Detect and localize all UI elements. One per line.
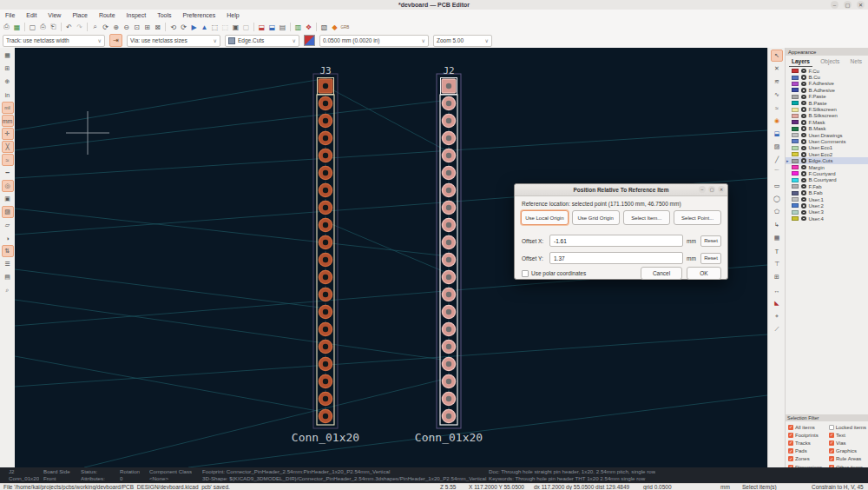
layer-visibility-icon[interactable] (801, 82, 806, 87)
mirror-icon[interactable]: ▲ (200, 22, 209, 32)
lock-icon[interactable]: ▣ (231, 22, 240, 32)
filter-vias[interactable]: ✓Vias (829, 439, 866, 447)
layer-visibility-icon[interactable] (801, 178, 806, 183)
dialog-maximize-icon[interactable]: ▢ (708, 186, 715, 193)
menu-tools[interactable]: Tools (157, 12, 171, 18)
checkbox-icon[interactable] (829, 425, 834, 430)
checkbox-icon[interactable]: ✓ (829, 440, 834, 446)
checkbox-icon[interactable]: ✓ (788, 433, 793, 438)
find-icon[interactable]: ⌕ (90, 22, 100, 32)
tune-length-icon[interactable]: ◉ (771, 115, 783, 127)
filter-locked-items[interactable]: Locked items (829, 423, 866, 431)
layer-visibility-icon[interactable] (801, 101, 806, 106)
layer-color-swatch[interactable] (792, 191, 799, 195)
layer-row-b-adhesive[interactable]: B.Adhesive (786, 87, 868, 93)
offset-y-input[interactable]: 1.37 (549, 252, 683, 264)
menu-place[interactable]: Place (72, 12, 88, 18)
layer-row-user-drawings[interactable]: User.Drawings (786, 132, 868, 138)
menu-route[interactable]: Route (99, 12, 115, 18)
layer-color-swatch[interactable] (792, 114, 799, 118)
layer-visibility-icon[interactable] (801, 210, 806, 215)
gerber-icon[interactable]: GRB (340, 22, 350, 32)
layer-visibility-icon[interactable] (801, 133, 806, 138)
layer-manager-icon[interactable]: ☰ (2, 258, 14, 270)
layer-row-b-paste[interactable]: B.Paste (786, 100, 868, 106)
layer-row-user-1[interactable]: User.1 (786, 196, 868, 202)
units-mils-icon[interactable]: mil (2, 102, 14, 114)
drc-icon[interactable]: ❖ (304, 22, 313, 32)
layer-visibility-icon[interactable] (801, 120, 806, 125)
layer-color-swatch[interactable] (792, 152, 799, 156)
track-width-select[interactable]: Track: use netclass width ∨ (3, 35, 105, 47)
offset-x-input[interactable]: -1.61 (549, 235, 683, 247)
use-local-origin-button[interactable]: Use Local Origin (521, 210, 569, 225)
high-contrast-icon[interactable]: ◑ (2, 232, 14, 244)
ok-button[interactable]: OK (687, 267, 721, 280)
layer-color-swatch[interactable] (792, 178, 799, 182)
menu-preferences[interactable]: Preferences (183, 12, 216, 18)
layer-row-user-3[interactable]: User.3 (786, 209, 868, 215)
checkbox-icon[interactable]: ✓ (788, 448, 793, 454)
zoom-select[interactable]: Zoom 5.00 ∨ (433, 35, 492, 47)
cancel-button[interactable]: Cancel (641, 267, 682, 280)
select-item-button[interactable]: Select Item... (623, 210, 671, 225)
checkbox-icon[interactable]: ✓ (788, 440, 793, 446)
plot-icon[interactable]: ⎗ (49, 22, 58, 32)
flip-icon[interactable]: ▶ (189, 22, 199, 32)
layer-visibility-icon[interactable] (801, 88, 806, 93)
tab-objects[interactable]: Objects (818, 56, 842, 66)
footprint-editor-icon[interactable]: ⬓ (257, 22, 266, 32)
board-setup-icon[interactable]: ▦ (12, 22, 22, 32)
close-icon[interactable]: ✕ (857, 1, 865, 9)
layer-row-f-paste[interactable]: F.Paste (786, 94, 868, 100)
draw-arc-icon[interactable]: ⌒ (771, 167, 783, 179)
layer-color-swatch[interactable] (792, 203, 799, 208)
save-icon[interactable]: ⎙ (2, 22, 11, 32)
draw-circle-icon[interactable]: ◯ (771, 193, 783, 205)
menu-help[interactable]: Help (227, 12, 239, 18)
polar-coordinates-checkbox[interactable] (522, 270, 529, 277)
menu-edit[interactable]: Edit (26, 12, 36, 18)
zoom-objects-icon[interactable]: ⊞ (142, 22, 152, 32)
filter-all-items[interactable]: ✓All items (788, 423, 829, 431)
layer-color-swatch[interactable] (792, 133, 799, 137)
page-settings-icon[interactable]: ▢ (28, 22, 37, 32)
layer-row-b-cu[interactable]: B.Cu (786, 74, 868, 80)
zoom-fit-icon[interactable]: ⊡ (132, 22, 141, 32)
layer-visibility-icon[interactable] (801, 107, 806, 112)
layer-color-swatch[interactable] (792, 210, 799, 215)
draw-line-icon[interactable]: ╱ (771, 154, 783, 166)
crosshair-style-icon[interactable]: ✛ (2, 128, 14, 140)
layer-row-margin[interactable]: Margin (786, 164, 868, 170)
dialog-close-icon[interactable]: ✕ (718, 186, 725, 193)
layer-color-swatch[interactable] (792, 139, 799, 143)
curved-ratsnest-icon[interactable]: ≈ (2, 154, 14, 166)
menu-file[interactable]: File (5, 12, 15, 18)
zoom-selection-icon[interactable]: ⊠ (153, 22, 162, 32)
group-icon[interactable]: ⬚ (210, 22, 220, 32)
import-icon[interactable]: ▥ (293, 22, 303, 32)
add-table-icon[interactable]: ⊞ (771, 271, 783, 283)
track-display-icon[interactable]: ━ (2, 167, 14, 179)
zone-outline-icon[interactable]: ▱ (2, 219, 14, 231)
filter-rule-areas[interactable]: ✓Rule Areas (829, 455, 866, 463)
layer-color-swatch[interactable] (792, 108, 799, 112)
redo-icon[interactable]: ↷ (75, 22, 84, 32)
layer-row-user-4[interactable]: User.4 (786, 215, 868, 222)
menu-view[interactable]: View (48, 12, 61, 18)
layer-color-swatch[interactable] (792, 120, 799, 124)
layer-color-swatch[interactable] (792, 101, 799, 105)
layer-row-f-fab[interactable]: F.Fab (786, 183, 868, 189)
layer-row-f-silkscreen[interactable]: F.Silkscreen (786, 106, 868, 112)
layer-visibility-icon[interactable] (801, 146, 806, 151)
layer-visibility-icon[interactable] (801, 171, 806, 176)
footprint-value[interactable]: Conn_01x20 (292, 431, 359, 444)
via-display-icon[interactable]: ◎ (2, 180, 14, 192)
layer-row-f-courtyard[interactable]: F.Courtyard (786, 170, 868, 176)
pad-display-icon[interactable]: ▣ (2, 193, 14, 205)
route-diff-pairs-icon[interactable]: ≈ (771, 102, 783, 114)
layer-row-user-2[interactable]: User.2 (786, 202, 868, 209)
local-ratsnest-icon[interactable]: ✕ (771, 63, 783, 75)
checkbox-icon[interactable]: ✓ (829, 433, 834, 438)
layer-visibility-icon[interactable] (801, 152, 806, 157)
